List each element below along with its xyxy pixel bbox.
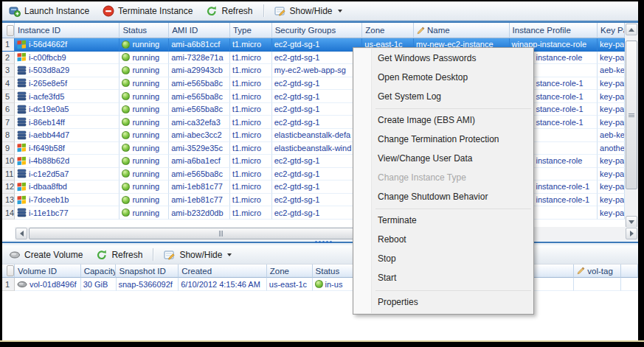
column-header-key-pai[interactable]: Key Pai [598, 23, 625, 38]
status-cell: running [120, 194, 169, 207]
row-number-cell: 1 [2, 278, 15, 291]
column-header-instance-id[interactable]: Instance ID [15, 23, 120, 38]
refresh-label: Refresh [221, 6, 252, 16]
column-header-zone[interactable]: Zone [362, 23, 414, 38]
cell-text: running [132, 169, 159, 178]
column-header-type[interactable]: Type [230, 23, 272, 38]
ami-id-cell: ami-e565ba8c [169, 77, 230, 91]
instance-id-cell: i-265e8e5f [15, 77, 120, 91]
volumes-table-header: Volume IDCapacitySnapshot IDCreatedZoneS… [2, 264, 638, 278]
column-header-snapshot-id[interactable]: Snapshot ID [116, 264, 179, 278]
column-header-blank[interactable] [2, 23, 15, 38]
menu-item-change-shutdown-behavior[interactable]: Change Shutdown Behavior [353, 188, 533, 207]
terminate-instance-button[interactable]: Terminate Instance [96, 2, 199, 20]
key-pair-cell: key-pai [598, 155, 625, 168]
volume-row-vol-01d8496f[interactable]: 1vol-01d8496f30 GiBsnap-5366092f6/10/201… [2, 278, 638, 291]
refresh-icon [96, 249, 108, 261]
status-cell: running [120, 129, 169, 142]
ami-id-cell: ami-a6ba1ecf [169, 155, 230, 168]
menu-item-get-system-log[interactable]: Get System Log [353, 88, 533, 107]
cell-text: 10 [5, 156, 14, 165]
status-cell: running [120, 77, 169, 91]
launch-instance-button[interactable]: Launch Instance [2, 2, 96, 20]
security-groups-cell: elasticbeanstalk-defa [272, 129, 363, 142]
snapshot-id-cell: snap-5366092f [117, 278, 179, 291]
cell-text: instance-role-1 [536, 182, 589, 191]
down-arrow-icon [629, 220, 634, 224]
splitter-handle[interactable] [2, 240, 638, 245]
menu-item-open-remote-desktop[interactable]: Open Remote Desktop [353, 69, 533, 88]
cell-text: ami-1eb81c77 [171, 182, 223, 191]
menu-item-view-change-user-data[interactable]: View/Change User Data [353, 150, 533, 169]
column-header-ami-id[interactable]: AMI ID [169, 23, 230, 38]
menu-item-change-termination-protection[interactable]: Change Termination Protection [353, 130, 533, 150]
refresh-button[interactable]: Refresh [199, 2, 259, 20]
menu-item-start[interactable]: Start [353, 269, 533, 288]
column-header-created[interactable]: Created [179, 264, 267, 278]
refresh-icon [206, 5, 218, 17]
windows-os-icon [17, 195, 27, 205]
key-pair-cell: another [598, 142, 625, 155]
menu-item-stop[interactable]: Stop [353, 250, 533, 269]
cell-text: i-c00fbcb9 [29, 53, 66, 62]
cell-text: t1.micro [232, 118, 261, 127]
status-dot-icon [122, 144, 130, 152]
cell-text: i-c1e2d5a7 [29, 169, 69, 178]
column-header-label: Zone [365, 26, 384, 35]
create-volume-button[interactable]: Create Volume [2, 246, 89, 264]
cell-text: 11 [5, 169, 13, 178]
security-groups-cell: ec2-gtd-sg-1 [272, 38, 363, 52]
status-dot-icon [122, 79, 130, 87]
scroll-up-button[interactable] [626, 24, 637, 35]
menu-item-terminate[interactable]: Terminate [353, 211, 533, 231]
cell-text: i-86eb14ff [29, 118, 65, 127]
status-dot-icon [122, 53, 130, 61]
security-groups-cell: ec2-gtd-sg-1 [272, 155, 363, 168]
cell-text: t1.micro [232, 182, 261, 191]
menu-item-create-image-ebs-ami-[interactable]: Create Image (EBS AMI) [353, 111, 533, 130]
cell-text: ami-b232d0db [171, 208, 223, 217]
vertical-scrollbar[interactable] [625, 23, 638, 228]
column-header-name[interactable]: Name [414, 23, 510, 38]
column-header-volume-id[interactable]: Volume ID [15, 264, 81, 278]
scroll-right-button[interactable] [626, 228, 637, 239]
scroll-left-button[interactable] [15, 228, 27, 239]
windows-os-icon [17, 143, 27, 153]
column-header-blank[interactable] [533, 264, 574, 278]
status-cell: running [120, 168, 169, 181]
menu-item-get-windows-passwords[interactable]: Get Windows Passwords [353, 49, 533, 69]
menu-separator [375, 290, 531, 291]
instance-id-cell: i-4b88b62d [15, 155, 120, 168]
column-header-capacity[interactable]: Capacity [81, 264, 117, 278]
type-cell: t1.micro [230, 38, 272, 52]
vertical-scroll-thumb[interactable] [626, 41, 637, 189]
showhide-button[interactable]: Show/Hide [268, 2, 349, 20]
security-groups-cell: ec2-gtd-sg-1 [272, 168, 363, 181]
status-dot-icon [122, 118, 130, 126]
column-header-vol-tag[interactable]: vol-tag [574, 264, 621, 278]
row-number-cell: 3 [2, 64, 15, 77]
type-cell: t1.micro [230, 90, 272, 103]
ami-id-cell: ami-a29943cb [169, 64, 230, 77]
column-header-blank[interactable] [621, 264, 638, 278]
cell-text: ami-ca32efa3 [171, 118, 221, 127]
menu-item-properties[interactable]: Properties [353, 293, 533, 312]
column-header-status[interactable]: Status [120, 23, 169, 38]
horizontal-scrollbar-end[interactable] [625, 227, 638, 240]
cell-text: 6/10/2012 4:15:46 AM [181, 280, 260, 289]
column-header-zone[interactable]: Zone [267, 264, 313, 278]
cell-text: running [132, 105, 159, 113]
showhide-volumes-button[interactable]: Show/Hide [157, 246, 238, 264]
instance-id-cell: i-c00fbcb9 [15, 52, 120, 65]
refresh-volumes-button[interactable]: Refresh [89, 246, 149, 264]
column-header-security-groups[interactable]: Security Groups [272, 23, 363, 38]
cell-text: ami-abec3cc2 [171, 130, 221, 139]
column-header-instance-profile[interactable]: Instance Profile [510, 23, 598, 38]
cell-text: elasticbeanstalk-wind [274, 144, 352, 153]
cell-text: t1.micro [232, 130, 261, 139]
cell-text: stance-role-1 [536, 79, 583, 88]
cell-text: 9 [5, 144, 10, 153]
menu-item-reboot[interactable]: Reboot [353, 231, 533, 250]
column-header-blank[interactable] [2, 264, 15, 278]
scroll-down-button[interactable] [626, 216, 637, 228]
